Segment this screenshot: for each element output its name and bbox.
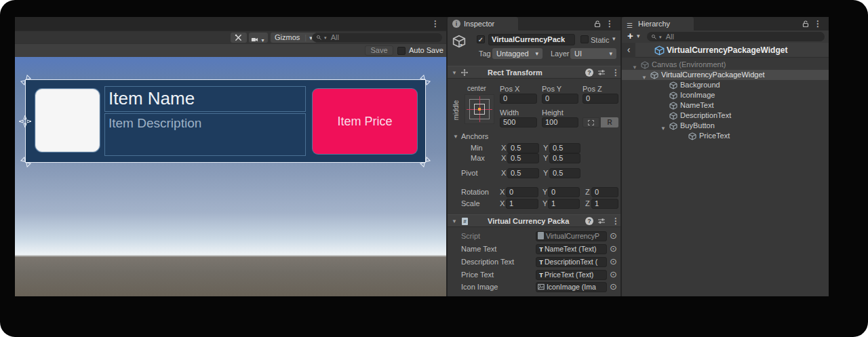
script-object-value: VirtualCurrencyP xyxy=(546,232,599,240)
rect-transform-icon xyxy=(460,68,469,77)
anchor-gizmo-icon[interactable] xyxy=(18,115,32,128)
anchors-max-y-field[interactable]: 0.5 xyxy=(549,153,580,163)
hierarchy-menu-kebab-icon[interactable]: ⋮ xyxy=(814,19,822,28)
scale-z-field[interactable]: 1 xyxy=(591,199,618,209)
script-row-label: Script xyxy=(461,232,480,241)
rect-transform-kebab-icon[interactable]: ⋮ xyxy=(612,68,620,77)
anchor-preset-widget[interactable] xyxy=(465,94,494,124)
description-text-box[interactable]: Item Description xyxy=(104,113,306,156)
name-text-object-field[interactable]: TNameText (Text) xyxy=(536,244,607,254)
tree-row-buybutton[interactable]: ▼ BuyButton xyxy=(622,121,829,131)
tools-button[interactable] xyxy=(231,33,247,43)
pos-x-field[interactable]: 0 xyxy=(500,94,537,104)
icon-image-object-field[interactable]: IconImage (Ima xyxy=(536,282,607,292)
gameobject-cube-icon[interactable] xyxy=(452,35,466,48)
object-picker-icon[interactable]: ⊙ xyxy=(610,244,617,253)
hierarchy-search-input[interactable]: ▾ All xyxy=(647,32,825,41)
help-icon[interactable]: ? xyxy=(585,217,593,225)
gameobject-name-field[interactable]: VirtualCurrencyPack xyxy=(488,34,575,45)
buy-button[interactable]: Item Price xyxy=(313,89,417,154)
scale-x-field[interactable]: 1 xyxy=(506,199,538,209)
gizmos-dropdown[interactable]: Gizmos |▾ xyxy=(271,33,317,43)
vcp-component-header[interactable]: ▼ # Virtual Currency Packa ? ⋮ xyxy=(448,214,620,227)
name-text-row-label: Name Text xyxy=(461,245,496,254)
description-text-object-field[interactable]: TDescriptionText ( xyxy=(536,257,607,267)
price-text-object-field[interactable]: TPriceText (Text) xyxy=(536,270,607,280)
foldout-icon[interactable]: ▼ xyxy=(452,218,457,224)
script-object-field[interactable]: VirtualCurrencyP xyxy=(536,231,607,241)
camera-dropdown-icon: ▾ xyxy=(261,37,264,43)
anchors-foldout-icon[interactable]: ▼ xyxy=(453,134,458,140)
inspector-tab[interactable]: i Inspector xyxy=(448,17,518,31)
tree-row-pricetext[interactable]: PriceText xyxy=(622,131,829,141)
inspector-menu-kebab-icon[interactable]: ⋮ xyxy=(606,19,614,28)
anchors-max-x-field[interactable]: 0.5 xyxy=(507,153,539,163)
object-picker-icon[interactable]: ⊙ xyxy=(610,270,617,279)
pos-y-field[interactable]: 0 xyxy=(542,94,578,104)
pivot-y-field[interactable]: 0.5 xyxy=(549,168,580,178)
back-button[interactable]: ‹ xyxy=(622,43,635,58)
icon-image-placeholder[interactable] xyxy=(35,89,100,152)
height-field[interactable]: 100 xyxy=(542,117,578,127)
axis-x-label: X xyxy=(501,154,506,163)
width-field[interactable]: 500 xyxy=(500,117,537,127)
static-dropdown-icon[interactable]: ▾ xyxy=(612,35,616,42)
foldout-icon[interactable]: ▼ xyxy=(452,70,457,76)
raw-edit-mode-button[interactable]: R xyxy=(601,117,618,127)
pos-z-field[interactable]: 0 xyxy=(583,94,618,104)
auto-save-checkbox[interactable] xyxy=(397,47,406,55)
object-picker-icon[interactable]: ⊙ xyxy=(610,282,617,291)
selection-handle-icon[interactable] xyxy=(418,73,433,88)
search-icon xyxy=(651,34,657,40)
selection-handle-icon[interactable] xyxy=(18,155,34,170)
vcp-kebab-icon[interactable]: ⋮ xyxy=(612,216,620,226)
anchors-min-y-field[interactable]: 0.5 xyxy=(549,143,580,153)
gameobject-cube-dropdown-icon[interactable]: ▾ xyxy=(460,42,462,48)
hierarchy-tab[interactable]: ☰ Hierarchy xyxy=(622,17,694,31)
name-text-box[interactable]: Item Name xyxy=(104,86,306,112)
tree-row-nametext[interactable]: NameText xyxy=(622,100,829,111)
pivot-x-field[interactable]: 0.5 xyxy=(507,168,539,178)
help-icon[interactable]: ? xyxy=(585,68,593,77)
auto-save-label: Auto Save xyxy=(409,46,443,54)
create-dropdown-icon[interactable]: ▾ xyxy=(637,33,640,39)
gameobject-cube-icon xyxy=(669,122,677,130)
tree-row-canvas[interactable]: ▼ Canvas (Environment) xyxy=(622,60,829,70)
tag-dropdown[interactable]: Untagged▾ xyxy=(492,48,542,59)
layer-label: Layer xyxy=(551,49,570,58)
blueprint-mode-button[interactable] xyxy=(583,117,599,127)
tree-item-label: IconImage xyxy=(680,90,715,100)
anchors-min-x-field[interactable]: 0.5 xyxy=(507,143,539,153)
anchors-label: Anchors xyxy=(461,132,488,141)
create-button[interactable]: + xyxy=(627,30,633,41)
tree-row-descriptiontext[interactable]: DescriptionText xyxy=(622,111,829,121)
presets-icon[interactable] xyxy=(597,217,606,225)
scene-menu-kebab-icon[interactable]: ⋮ xyxy=(431,19,439,28)
presets-icon[interactable] xyxy=(597,68,606,77)
save-button[interactable]: Save xyxy=(365,45,393,56)
rotation-z-field[interactable]: 0 xyxy=(591,187,618,197)
prefab-breadcrumb-label[interactable]: VirtualCurrencyPackageWidget xyxy=(667,45,787,55)
rect-transform-header[interactable]: ▼ Rect Transform ? ⋮ xyxy=(448,66,620,79)
rect-transform-title: Rect Transform xyxy=(488,68,542,77)
rotation-y-field[interactable]: 0 xyxy=(548,187,580,197)
tree-row-iconimage[interactable]: IconImage xyxy=(622,90,829,100)
widget-selection[interactable]: Item Name Item Description Item Price xyxy=(25,79,426,163)
layer-dropdown[interactable]: UI▾ xyxy=(570,48,616,59)
rotation-x-field[interactable]: 0 xyxy=(506,187,538,197)
tree-row-root[interactable]: ▼ VirtualCurrencyPackageWidget xyxy=(622,70,829,80)
lock-icon[interactable] xyxy=(802,20,810,28)
scale-y-field[interactable]: 1 xyxy=(548,199,580,209)
selection-handle-icon[interactable] xyxy=(418,155,433,170)
lock-icon[interactable] xyxy=(593,20,601,28)
gizmos-label: Gizmos xyxy=(275,33,300,41)
scene-viewport[interactable]: Item Name Item Description Item Price xyxy=(15,57,446,296)
camera-button[interactable]: ▾ xyxy=(249,33,268,43)
scene-search-input[interactable]: ▾ All xyxy=(312,33,442,42)
object-picker-icon[interactable]: ⊙ xyxy=(610,257,617,266)
selection-handle-icon[interactable] xyxy=(18,73,34,88)
tree-row-background[interactable]: Background xyxy=(622,80,829,90)
object-picker-icon[interactable]: ⊙ xyxy=(610,231,617,240)
active-checkbox[interactable]: ✓ xyxy=(477,35,485,43)
static-checkbox[interactable] xyxy=(580,35,589,43)
